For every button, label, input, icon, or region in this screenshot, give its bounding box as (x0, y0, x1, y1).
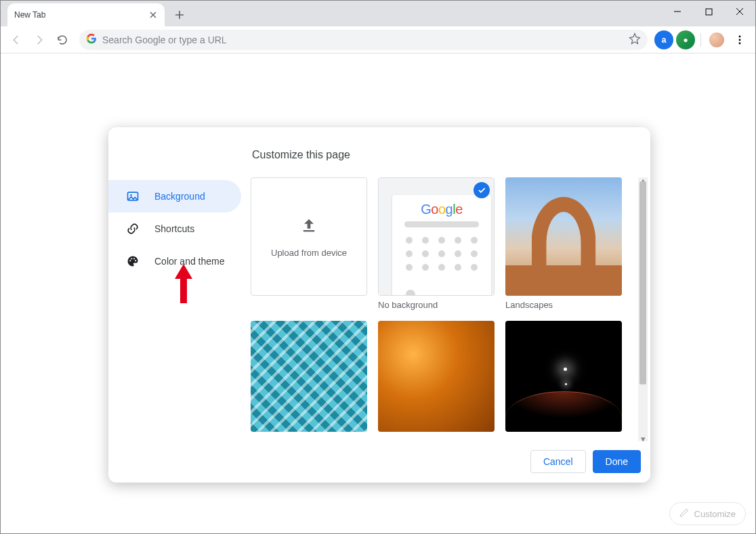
svg-point-3 (739, 42, 741, 44)
sidebar-item-label: Background (154, 191, 205, 202)
tile-upload-from-device[interactable]: Upload from device (251, 177, 367, 310)
svg-rect-10 (303, 230, 314, 231)
svg-point-6 (129, 260, 131, 261)
check-icon (474, 182, 490, 198)
customize-page-button[interactable]: Customize (669, 502, 746, 525)
palette-icon (126, 254, 140, 268)
background-options-grid: Upload from device Google (251, 177, 638, 432)
nav-back-button[interactable] (6, 30, 26, 50)
link-icon (126, 222, 140, 236)
window-controls (662, 1, 755, 22)
bookmark-star-icon[interactable] (629, 32, 641, 47)
google-g-icon (86, 33, 97, 46)
tile-caption: Upload from device (271, 248, 347, 258)
new-tab-button[interactable] (170, 5, 189, 24)
customize-label: Customize (694, 509, 736, 519)
window-close-button[interactable] (724, 1, 755, 22)
pencil-icon (679, 508, 689, 520)
dialog-footer: Cancel Done (530, 450, 641, 473)
tile-landscapes[interactable]: Landscapes (505, 177, 622, 310)
window-minimize-button[interactable] (662, 1, 693, 22)
toolbar-separator (700, 33, 701, 47)
sidebar-item-label: Color and theme (154, 256, 225, 267)
dialog-title: Customize this page (252, 149, 650, 161)
extension-icon-1[interactable]: a (654, 30, 673, 49)
close-tab-icon[interactable] (148, 10, 158, 20)
dialog-sidebar: Background Shortcuts Color and theme (108, 127, 251, 483)
chrome-menu-button[interactable] (730, 30, 750, 50)
tile-no-background[interactable]: Google No (378, 177, 495, 310)
sidebar-item-label: Shortcuts (154, 223, 194, 234)
browser-tab[interactable]: New Tab (7, 3, 165, 26)
dialog-main: Customize this page Upload from device (251, 127, 650, 483)
tile-textures-2[interactable] (378, 321, 495, 432)
nav-forward-button[interactable] (29, 30, 49, 50)
tile-textures-3[interactable] (505, 321, 622, 432)
svg-point-7 (131, 258, 132, 259)
tile-caption: No background (378, 300, 495, 310)
tile-caption: Landscapes (505, 300, 622, 310)
scrollbar-thumb[interactable] (639, 181, 646, 384)
scroll-down-icon[interactable]: ▾ (638, 435, 648, 443)
sidebar-item-color-and-theme[interactable]: Color and theme (108, 245, 241, 277)
google-logo-icon: Google (421, 202, 463, 217)
svg-point-2 (739, 39, 741, 41)
svg-point-9 (135, 260, 136, 261)
extension-icon-2[interactable]: ● (676, 30, 695, 49)
tab-title: New Tab (14, 10, 148, 20)
done-button[interactable]: Done (593, 450, 641, 473)
reload-button[interactable] (52, 30, 72, 50)
svg-point-8 (133, 258, 135, 259)
upload-icon (299, 216, 318, 237)
browser-toolbar: Search Google or type a URL a ● (1, 26, 755, 53)
titlebar: New Tab (1, 1, 755, 26)
omnibox-placeholder: Search Google or type a URL (102, 35, 623, 45)
customize-dialog: Background Shortcuts Color and theme Cus… (108, 127, 650, 483)
image-icon (126, 190, 140, 203)
cancel-button[interactable]: Cancel (530, 450, 586, 473)
sidebar-item-shortcuts[interactable]: Shortcuts (108, 213, 241, 245)
svg-point-1 (739, 35, 741, 37)
sidebar-item-background[interactable]: Background (108, 180, 241, 213)
omnibox[interactable]: Search Google or type a URL (79, 30, 648, 50)
svg-rect-0 (706, 9, 712, 15)
profile-avatar[interactable] (709, 32, 724, 47)
window-maximize-button[interactable] (693, 1, 724, 22)
tile-textures-1[interactable] (251, 321, 367, 432)
svg-point-5 (130, 194, 132, 196)
dialog-scrollbar[interactable]: ▴ ▾ (638, 177, 648, 441)
